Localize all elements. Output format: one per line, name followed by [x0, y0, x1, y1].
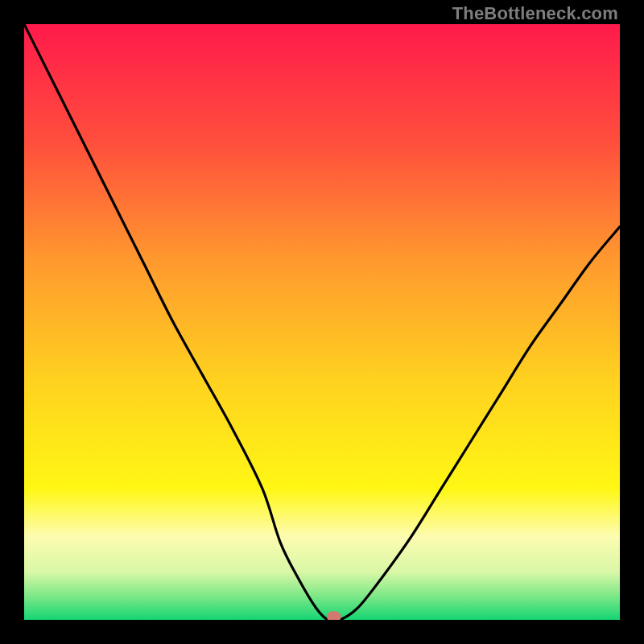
chart-svg — [24, 24, 620, 620]
watermark-text: TheBottleneck.com — [452, 3, 618, 24]
gradient-rect — [24, 24, 620, 620]
chart-frame: TheBottleneck.com — [0, 0, 644, 644]
plot-area — [24, 24, 620, 620]
